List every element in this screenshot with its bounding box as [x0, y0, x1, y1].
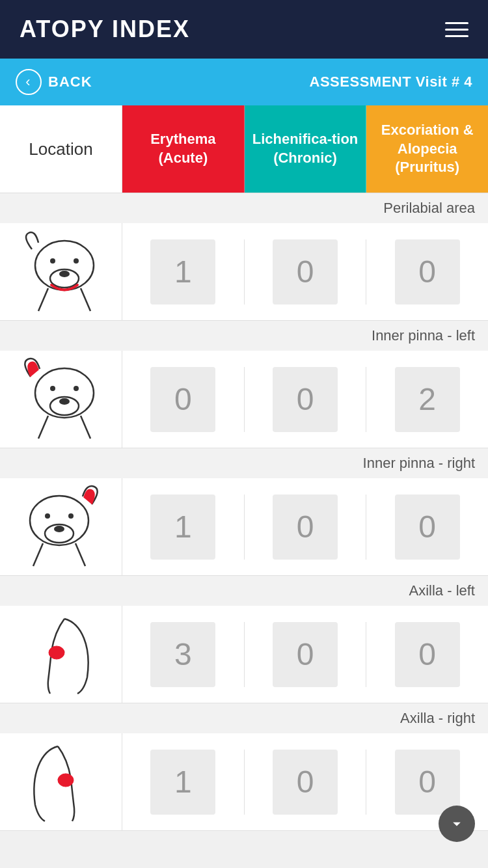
svg-line-13	[81, 416, 90, 439]
section-label-perilabial: Perilabial area	[0, 193, 488, 223]
animal-image-axilla-left	[0, 606, 122, 703]
score-erythema-perilabial[interactable]: 1	[122, 239, 245, 305]
section-label-inner-pinna-right: Inner pinna - right	[0, 448, 488, 478]
col-location-header: Location	[0, 105, 122, 193]
score-excoriation-axilla-right[interactable]: 0	[366, 750, 488, 815]
back-button[interactable]: ‹ BACK	[16, 69, 92, 95]
score-excoriation-pinna-left[interactable]: 2	[366, 367, 488, 432]
axilla-right-icon	[12, 740, 110, 824]
score-box: 1	[150, 495, 215, 560]
svg-point-7	[35, 368, 94, 418]
score-box: 0	[273, 495, 338, 560]
dog-pinna-right-icon	[12, 485, 110, 569]
score-erythema-pinna-left[interactable]: 0	[122, 367, 245, 432]
animal-image-inner-pinna-left	[0, 351, 122, 448]
score-box: 0	[395, 495, 460, 560]
svg-point-16	[54, 526, 64, 532]
svg-point-9	[59, 398, 70, 405]
section-label-axilla-right: Axilla - right	[0, 703, 488, 733]
svg-point-0	[35, 241, 94, 290]
score-box: 0	[395, 622, 460, 687]
score-box: 1	[150, 750, 215, 815]
animal-image-perilabial	[0, 223, 122, 321]
menu-button[interactable]	[445, 22, 468, 37]
score-excoriation-pinna-right[interactable]: 0	[366, 495, 488, 560]
table-row: 1 0 0	[0, 478, 488, 576]
svg-point-18	[68, 513, 74, 519]
table-row: 1 0 0	[0, 733, 488, 831]
back-chevron-icon: ‹	[25, 75, 30, 89]
score-lichenification-pinna-right[interactable]: 0	[245, 495, 367, 560]
score-excoriation-axilla-left[interactable]: 0	[366, 622, 488, 687]
score-box: 1	[150, 239, 215, 305]
svg-line-20	[75, 543, 85, 566]
score-excoriation-perilabial[interactable]: 0	[366, 239, 488, 305]
column-headers: Location Erythema (Acute) Lichenifica-ti…	[0, 105, 488, 193]
score-box: 0	[273, 622, 338, 687]
score-box: 0	[395, 750, 460, 815]
svg-point-3	[50, 258, 55, 264]
score-erythema-axilla-right[interactable]: 1	[122, 750, 245, 815]
chevron-down-icon	[448, 815, 466, 833]
svg-point-4	[74, 258, 79, 264]
score-erythema-axilla-left[interactable]: 3	[122, 622, 245, 687]
col-erythema-header: Erythema (Acute)	[122, 105, 245, 193]
svg-line-19	[33, 543, 43, 566]
score-lichenification-pinna-left[interactable]: 0	[245, 367, 367, 432]
table-row: 0 0 2	[0, 351, 488, 448]
dog-pinna-left-icon	[12, 357, 110, 442]
score-box: 0	[395, 239, 460, 305]
scroll-down-button[interactable]	[439, 806, 475, 842]
dog-perilabial-icon	[12, 230, 110, 314]
score-box: 0	[273, 239, 338, 305]
score-lichenification-perilabial[interactable]: 0	[245, 239, 367, 305]
svg-point-21	[49, 646, 64, 659]
svg-point-11	[74, 386, 79, 391]
score-box: 0	[150, 367, 215, 432]
section-label-inner-pinna-left: Inner pinna - left	[0, 321, 488, 351]
col-excoriation-header: Excoriation & Alopecia (Pruritus)	[366, 105, 488, 193]
axilla-left-icon	[12, 612, 110, 697]
score-box: 0	[273, 750, 338, 815]
table-row: 1 0 0	[0, 223, 488, 321]
score-lichenification-axilla-right[interactable]: 0	[245, 750, 367, 815]
score-lichenification-axilla-left[interactable]: 0	[245, 622, 367, 687]
section-label-axilla-left: Axilla - left	[0, 576, 488, 606]
svg-point-2	[59, 271, 70, 277]
assessment-title: ASSESSMENT Visit # 4	[310, 74, 472, 90]
app-title: ATOPY INDEX	[20, 16, 190, 43]
svg-point-10	[50, 386, 55, 391]
svg-line-6	[81, 288, 90, 311]
svg-line-5	[38, 288, 48, 311]
nav-bar: ‹ BACK ASSESSMENT Visit # 4	[0, 59, 488, 105]
col-lichenification-header: Lichenifica-tion (Chronic)	[245, 105, 367, 193]
svg-point-17	[45, 513, 50, 519]
animal-image-inner-pinna-right	[0, 478, 122, 576]
back-circle-icon: ‹	[16, 69, 42, 95]
svg-point-14	[30, 496, 88, 545]
score-box: 3	[150, 622, 215, 687]
animal-image-axilla-right	[0, 733, 122, 831]
score-box: 2	[395, 367, 460, 432]
app-header: ATOPY INDEX	[0, 0, 488, 59]
table-row: 3 0 0	[0, 606, 488, 703]
svg-point-22	[58, 774, 74, 787]
score-erythema-pinna-right[interactable]: 1	[122, 495, 245, 560]
back-label: BACK	[48, 74, 92, 90]
svg-line-12	[38, 416, 48, 439]
score-box: 0	[273, 367, 338, 432]
